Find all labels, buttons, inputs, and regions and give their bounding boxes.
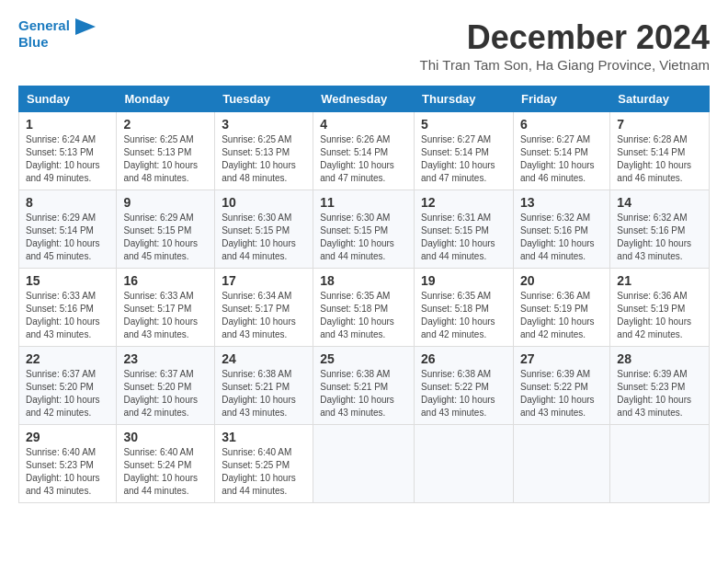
day-info: Sunrise: 6:27 AMSunset: 5:14 PMDaylight:…	[421, 133, 506, 185]
calendar-cell: 7Sunrise: 6:28 AMSunset: 5:14 PMDaylight…	[610, 112, 710, 190]
day-info: Sunrise: 6:34 AMSunset: 5:17 PMDaylight:…	[222, 290, 306, 341]
calendar-cell: 6Sunrise: 6:27 AMSunset: 5:14 PMDaylight…	[513, 112, 609, 190]
calendar-cell: 17Sunrise: 6:34 AMSunset: 5:17 PMDayligh…	[215, 269, 313, 347]
day-number: 17	[222, 273, 306, 288]
calendar-cell: 1Sunrise: 6:24 AMSunset: 5:13 PMDaylight…	[19, 112, 117, 190]
day-number: 20	[520, 273, 603, 288]
svg-marker-0	[75, 18, 96, 35]
day-info: Sunrise: 6:24 AMSunset: 5:13 PMDaylight:…	[26, 133, 109, 185]
day-info: Sunrise: 6:37 AMSunset: 5:20 PMDaylight:…	[123, 368, 208, 419]
day-number: 8	[26, 195, 109, 210]
calendar-cell: 11Sunrise: 6:30 AMSunset: 5:15 PMDayligh…	[313, 190, 415, 269]
calendar-cell: 23Sunrise: 6:37 AMSunset: 5:20 PMDayligh…	[117, 347, 215, 425]
calendar-cell	[610, 425, 710, 503]
day-info: Sunrise: 6:28 AMSunset: 5:14 PMDaylight:…	[617, 133, 702, 185]
calendar-cell: 27Sunrise: 6:39 AMSunset: 5:22 PMDayligh…	[513, 347, 609, 425]
calendar-cell	[415, 425, 514, 503]
calendar-cell: 5Sunrise: 6:27 AMSunset: 5:14 PMDaylight…	[415, 112, 514, 190]
day-number: 18	[320, 273, 407, 288]
day-number: 1	[26, 117, 109, 132]
calendar-cell: 24Sunrise: 6:38 AMSunset: 5:21 PMDayligh…	[215, 347, 313, 425]
day-number: 12	[421, 195, 506, 210]
day-number: 13	[520, 195, 603, 210]
day-info: Sunrise: 6:39 AMSunset: 5:23 PMDaylight:…	[617, 368, 702, 419]
day-info: Sunrise: 6:25 AMSunset: 5:13 PMDaylight:…	[123, 133, 208, 185]
header: General Blue December 2024 Thi Tran Tam …	[18, 18, 710, 82]
day-number: 23	[123, 351, 208, 366]
calendar-cell: 8Sunrise: 6:29 AMSunset: 5:14 PMDaylight…	[19, 190, 117, 269]
calendar-cell	[313, 425, 415, 503]
day-number: 21	[617, 273, 702, 288]
day-number: 22	[26, 351, 109, 366]
calendar-cell: 9Sunrise: 6:29 AMSunset: 5:15 PMDaylight…	[117, 190, 215, 269]
day-info: Sunrise: 6:25 AMSunset: 5:13 PMDaylight:…	[222, 133, 306, 185]
day-info: Sunrise: 6:33 AMSunset: 5:16 PMDaylight:…	[26, 290, 109, 341]
day-number: 25	[320, 351, 407, 366]
day-info: Sunrise: 6:40 AMSunset: 5:25 PMDaylight:…	[222, 446, 306, 498]
day-number: 19	[421, 273, 506, 288]
title-block: December 2024 Thi Tran Tam Son, Ha Giang…	[420, 18, 710, 82]
day-info: Sunrise: 6:26 AMSunset: 5:14 PMDaylight:…	[320, 133, 407, 185]
day-info: Sunrise: 6:35 AMSunset: 5:18 PMDaylight:…	[421, 290, 506, 341]
day-info: Sunrise: 6:27 AMSunset: 5:14 PMDaylight:…	[520, 133, 603, 185]
calendar-cell: 21Sunrise: 6:36 AMSunset: 5:19 PMDayligh…	[610, 269, 710, 347]
day-number: 10	[222, 195, 306, 210]
col-thursday: Thursday	[415, 86, 514, 112]
day-number: 14	[617, 195, 702, 210]
day-info: Sunrise: 6:40 AMSunset: 5:24 PMDaylight:…	[123, 446, 208, 498]
calendar-row: 29Sunrise: 6:40 AMSunset: 5:23 PMDayligh…	[19, 425, 710, 503]
day-number: 31	[222, 430, 306, 444]
day-number: 16	[123, 273, 208, 288]
day-info: Sunrise: 6:35 AMSunset: 5:18 PMDaylight:…	[320, 290, 407, 341]
calendar-cell: 26Sunrise: 6:38 AMSunset: 5:22 PMDayligh…	[415, 347, 514, 425]
day-number: 5	[421, 117, 506, 132]
day-info: Sunrise: 6:29 AMSunset: 5:15 PMDaylight:…	[123, 212, 208, 263]
day-info: Sunrise: 6:36 AMSunset: 5:19 PMDaylight:…	[617, 290, 702, 341]
calendar-cell: 3Sunrise: 6:25 AMSunset: 5:13 PMDaylight…	[215, 112, 313, 190]
col-monday: Monday	[117, 86, 215, 112]
day-number: 27	[520, 351, 603, 366]
day-number: 26	[421, 351, 506, 366]
logo-general: General	[18, 17, 70, 33]
logo-arrow-icon	[75, 18, 96, 35]
calendar-cell: 29Sunrise: 6:40 AMSunset: 5:23 PMDayligh…	[19, 425, 117, 503]
calendar-cell: 4Sunrise: 6:26 AMSunset: 5:14 PMDaylight…	[313, 112, 415, 190]
day-info: Sunrise: 6:29 AMSunset: 5:14 PMDaylight:…	[26, 212, 109, 263]
day-info: Sunrise: 6:30 AMSunset: 5:15 PMDaylight:…	[222, 212, 306, 263]
calendar-row: 22Sunrise: 6:37 AMSunset: 5:20 PMDayligh…	[19, 347, 710, 425]
col-saturday: Saturday	[610, 86, 710, 112]
day-number: 2	[123, 117, 208, 132]
calendar-cell: 2Sunrise: 6:25 AMSunset: 5:13 PMDaylight…	[117, 112, 215, 190]
day-number: 6	[520, 117, 603, 132]
col-wednesday: Wednesday	[313, 86, 415, 112]
day-info: Sunrise: 6:31 AMSunset: 5:15 PMDaylight:…	[421, 212, 506, 263]
day-info: Sunrise: 6:32 AMSunset: 5:16 PMDaylight:…	[520, 212, 603, 263]
calendar-cell: 15Sunrise: 6:33 AMSunset: 5:16 PMDayligh…	[19, 269, 117, 347]
calendar-cell	[513, 425, 609, 503]
day-info: Sunrise: 6:38 AMSunset: 5:21 PMDaylight:…	[222, 368, 306, 419]
calendar-cell: 18Sunrise: 6:35 AMSunset: 5:18 PMDayligh…	[313, 269, 415, 347]
day-info: Sunrise: 6:33 AMSunset: 5:17 PMDaylight:…	[123, 290, 208, 341]
month-title: December 2024	[420, 18, 710, 57]
day-number: 28	[617, 351, 702, 366]
day-info: Sunrise: 6:39 AMSunset: 5:22 PMDaylight:…	[520, 368, 603, 419]
day-number: 29	[26, 430, 109, 444]
day-info: Sunrise: 6:36 AMSunset: 5:19 PMDaylight:…	[520, 290, 603, 341]
day-number: 4	[320, 117, 407, 132]
logo-blue: Blue	[18, 35, 96, 51]
day-info: Sunrise: 6:38 AMSunset: 5:21 PMDaylight:…	[320, 368, 407, 419]
calendar-cell: 30Sunrise: 6:40 AMSunset: 5:24 PMDayligh…	[117, 425, 215, 503]
calendar-cell: 25Sunrise: 6:38 AMSunset: 5:21 PMDayligh…	[313, 347, 415, 425]
day-number: 24	[222, 351, 306, 366]
day-number: 9	[123, 195, 208, 210]
day-info: Sunrise: 6:38 AMSunset: 5:22 PMDaylight:…	[421, 368, 506, 419]
calendar-cell: 31Sunrise: 6:40 AMSunset: 5:25 PMDayligh…	[215, 425, 313, 503]
calendar-table: Sunday Monday Tuesday Wednesday Thursday…	[18, 86, 710, 503]
day-info: Sunrise: 6:37 AMSunset: 5:20 PMDaylight:…	[26, 368, 109, 419]
day-number: 30	[123, 430, 208, 444]
calendar-cell: 28Sunrise: 6:39 AMSunset: 5:23 PMDayligh…	[610, 347, 710, 425]
calendar-cell: 13Sunrise: 6:32 AMSunset: 5:16 PMDayligh…	[513, 190, 609, 269]
calendar-row: 1Sunrise: 6:24 AMSunset: 5:13 PMDaylight…	[19, 112, 710, 190]
day-number: 7	[617, 117, 702, 132]
day-number: 3	[222, 117, 306, 132]
